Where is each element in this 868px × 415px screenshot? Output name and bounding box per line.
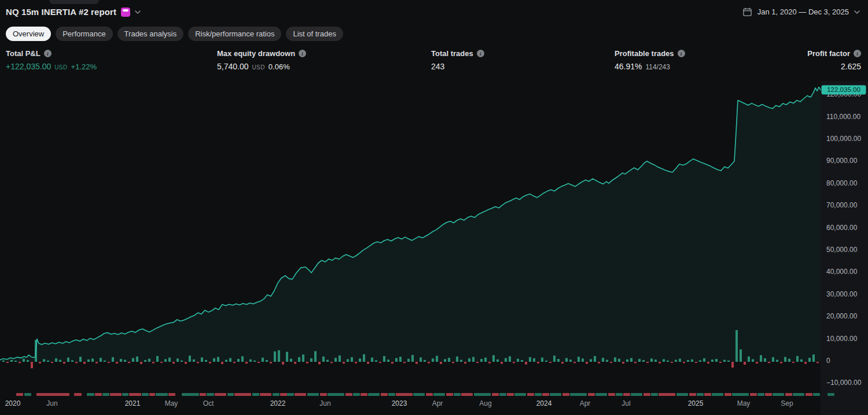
trade-pnl-bar-win [375,360,377,362]
trade-pnl-bar-loss [39,362,41,364]
stat-value: 243 [431,62,444,71]
trade-pnl-bar-win [278,350,280,362]
strategy-tester-report: NQ 15m INERTIA #2 report Jan 1, 2020 — D… [0,0,868,415]
trade-marker-loss [215,393,226,396]
trade-marker-win [122,393,128,396]
trade-pnl-bar-loss [379,362,381,363]
trade-marker-win [595,393,607,396]
trade-pnl-bar-loss [221,362,223,364]
trade-pnl-bar-loss [731,362,734,368]
trade-pnl-bar-loss [306,362,308,364]
info-icon[interactable]: i [299,50,306,57]
trade-pnl-bar-win [618,359,620,362]
date-range-picker[interactable]: Jan 1, 2020 — Dec 3, 2025 [742,7,860,17]
stat-total-pnl: Total P&L i +122,035.00 USD +1.22% [6,49,97,71]
trade-marker-loss [280,393,287,396]
trade-pnl-bar-win [411,355,414,362]
tab-overview[interactable]: Overview [6,27,51,41]
y-axis-label: 90,000.00 [826,157,858,165]
trade-marker-win [273,393,279,396]
tab-risk-performance-ratios[interactable]: Risk/performance ratios [188,27,281,41]
trade-pnl-bar-win [132,358,134,362]
trade-pnl-bar-loss [19,362,21,363]
trade-marker-loss [129,393,141,396]
equity-chart[interactable]: 120,000.00110,000.00100,000.0090,000.008… [0,81,868,415]
trade-pnl-bar-loss [367,362,369,364]
info-icon[interactable]: i [44,50,52,57]
trade-pnl-bar-win [104,361,106,362]
trade-pnl-bar-win [339,355,341,362]
trade-pnl-bar-win [545,361,547,362]
trade-pnl-bar-win [322,357,325,362]
trade-pnl-bar-win [87,360,90,362]
trade-marker-win [793,393,804,396]
trade-pnl-bar-win [363,354,365,362]
trade-marker-loss [806,393,812,396]
trade-pnl-bar-win [772,357,774,362]
trade-marker-win [87,393,94,396]
trade-pnl-bar-win [237,359,240,362]
trade-pnl-bar-win [314,351,317,362]
summary-stats: Total P&L i +122,035.00 USD +1.22% Max e… [0,49,868,75]
trade-pnl-bar-win [764,358,766,362]
trade-pnl-bar-win [359,358,361,362]
trade-pnl-bar-win [249,360,252,362]
x-axis-label: Sep [781,399,793,407]
tab-trades-analysis[interactable]: Trades analysis [117,27,184,41]
trade-pnl-bar-win [241,356,244,362]
trade-pnl-bar-loss [245,362,248,364]
trade-pnl-bar-win [112,357,114,362]
stat-label: Total trades [431,49,473,58]
report-title-control[interactable]: NQ 15m INERTIA #2 report [6,7,141,17]
trade-pnl-bar-loss [816,362,819,363]
trade-pnl-bar-win [302,354,304,362]
trade-pnl-bar-win [679,359,681,362]
trade-marker-win [697,393,704,396]
trade-pnl-bar-win [205,360,207,362]
trade-pnl-bar-loss [719,362,722,363]
trade-pnl-bar-win [557,359,560,362]
trade-pnl-bar-win [55,358,57,362]
trade-marker-win [631,393,642,396]
trade-marker-loss [16,393,23,396]
trade-marker-loss [200,393,206,396]
trade-pnl-bar-win [590,359,592,362]
trade-marker-win [651,393,658,396]
stat-value: 46.91% [615,62,642,71]
panel-drag-handle[interactable] [49,0,99,4]
info-icon[interactable]: i [854,50,861,57]
trade-marker-win [676,393,688,396]
trade-marker-loss [765,393,772,396]
trade-pnl-bar-win [274,351,276,362]
stat-profitable-trades: Profitable trades i 46.91% 114/243 [615,49,685,71]
trade-pnl-bar-loss [549,362,551,363]
trade-pnl-bar-loss [343,362,345,364]
info-icon[interactable]: i [477,50,484,57]
tab-performance[interactable]: Performance [56,27,112,41]
trade-marker-win [499,393,506,396]
trade-pnl-bar-win [14,361,17,362]
trade-pnl-bar-win [444,359,446,362]
tab-list-of-trades[interactable]: List of trades [286,27,343,41]
stat-label: Profitable trades [615,49,674,58]
trade-marker-loss [643,393,650,396]
info-icon[interactable]: i [678,50,685,57]
trade-pnl-bar-win [748,357,750,362]
trade-marker-win [142,393,149,396]
trade-marker-loss [461,393,473,396]
trade-pnl-bar-loss [391,362,393,364]
trade-pnl-bar-loss [6,362,9,363]
trade-marker-win [388,393,395,396]
trade-pnl-bar-loss [128,362,130,363]
equity-chart-area: 120,000.00110,000.00100,000.0090,000.008… [0,81,868,415]
trade-pnl-bar-win [395,358,398,362]
trade-marker-loss [36,393,69,396]
trade-marker-win [368,393,380,396]
x-axis-label: Oct [203,399,214,407]
trade-pnl-bar-win [156,356,159,362]
trade-pnl-bar-win [91,358,94,362]
trade-pnl-bar-win [100,358,102,362]
trade-pnl-bar-win [436,356,438,362]
trade-pnl-bar-win [582,358,584,362]
trade-pnl-bar-win [496,360,499,362]
